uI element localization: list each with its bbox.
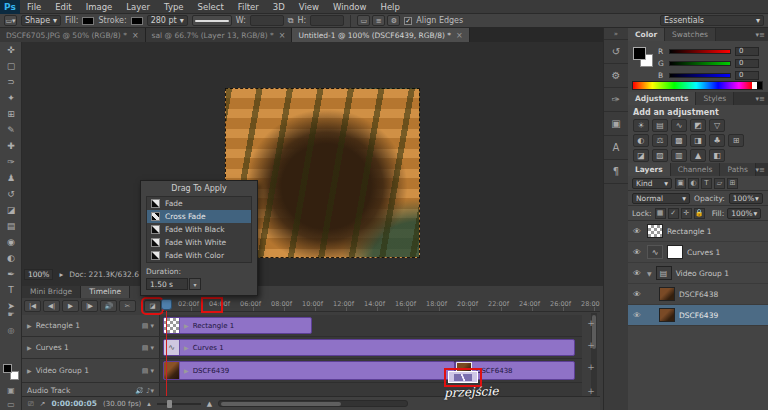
- opacity-field[interactable]: 100%▾: [729, 193, 763, 204]
- menu-item-3d[interactable]: 3D: [266, 0, 292, 14]
- add-media-button[interactable]: +: [585, 340, 597, 352]
- clip-dscf6439[interactable]: ▶DSCF6439: [163, 361, 455, 380]
- adjustment-icon-0-2[interactable]: ∿: [671, 119, 687, 132]
- eraser-tool[interactable]: ◪: [0, 202, 22, 218]
- color-tab-swatches[interactable]: Swatches: [665, 28, 716, 41]
- previous-frame-button[interactable]: ◀|: [43, 300, 60, 312]
- type-tool[interactable]: T: [0, 282, 22, 298]
- layer-filter-icon-1[interactable]: ◐: [688, 178, 699, 189]
- layer-row-dscf6438[interactable]: 👁DSCF6438: [628, 284, 768, 305]
- pen-tool[interactable]: ✒: [0, 266, 22, 282]
- menu-item-select[interactable]: Select: [191, 0, 231, 14]
- render-arrow-icon[interactable]: ↗: [40, 400, 46, 408]
- transition-option-fade-with-white[interactable]: Fade With White: [147, 236, 251, 249]
- adjustment-icon-0-3[interactable]: ◩: [690, 119, 706, 132]
- playhead-handle[interactable]: [161, 299, 172, 310]
- adjustment-icon-2-1[interactable]: ▨: [652, 149, 668, 162]
- history-panel-icon[interactable]: ↺: [604, 40, 628, 64]
- close-tab-icon[interactable]: ×: [132, 31, 139, 40]
- tool-preset-picker[interactable]: ▭▾: [4, 15, 17, 26]
- panel-tab-timeline[interactable]: Timeline: [81, 286, 130, 298]
- fill-field[interactable]: 100%▾: [727, 208, 761, 219]
- expand-track-icon[interactable]: ▶: [27, 344, 32, 351]
- channel-value-field[interactable]: 0: [735, 59, 759, 68]
- split-at-playhead-button[interactable]: ✂: [119, 300, 136, 312]
- character-panel-icon[interactable]: A: [604, 136, 628, 160]
- lock-icon-0[interactable]: ▦: [655, 208, 666, 219]
- menu-item-type[interactable]: Type: [157, 0, 191, 14]
- workspace-switcher[interactable]: Essentials▾: [660, 15, 764, 26]
- track-settings-icon[interactable]: ▤ ▾: [142, 367, 154, 375]
- visibility-eye-icon[interactable]: 👁: [631, 311, 643, 320]
- foreground-color-well[interactable]: [3, 364, 12, 373]
- tool-mode-select[interactable]: Shape▾: [21, 15, 61, 26]
- visibility-eye-icon[interactable]: 👁: [631, 290, 643, 299]
- track-settings-icon[interactable]: ▤ ▾: [142, 322, 154, 330]
- document-tab-2[interactable]: Untitled-1 @ 100% (DSCF6439, RGB/8) *×: [292, 28, 469, 42]
- blend-mode-select[interactable]: Normal▾: [632, 193, 690, 204]
- fill-swatch[interactable]: [82, 17, 94, 25]
- clip-curves-1[interactable]: ∿▶Curves 1: [163, 339, 575, 356]
- menu-item-view[interactable]: View: [292, 0, 326, 14]
- track-settings-icon[interactable]: 🔊 ♪▾: [135, 387, 154, 395]
- crop-tool[interactable]: ⊞: [0, 106, 22, 122]
- marquee-tool[interactable]: ▢: [0, 58, 22, 74]
- stroke-swatch[interactable]: [131, 17, 143, 25]
- timeline-zoom-slider[interactable]: [157, 403, 201, 405]
- adjustments-tab-adjustments[interactable]: Adjustments: [628, 92, 696, 105]
- brush-panel-icon[interactable]: ✑: [604, 88, 628, 112]
- panel-menu-icon[interactable]: ▾≡: [756, 166, 765, 174]
- menu-item-window[interactable]: Window: [326, 0, 374, 14]
- adjustment-icon-1-0[interactable]: ◐: [633, 134, 649, 147]
- document-tab-1[interactable]: sal @ 66.7% (Layer 13, RGB/8) *×: [146, 28, 293, 42]
- stroke-width-field[interactable]: 280 pt▾: [147, 15, 188, 26]
- duration-value-field[interactable]: 1.50 s: [146, 278, 188, 290]
- layer-row-video-group-1[interactable]: 👁▼▤Video Group 1: [628, 263, 768, 284]
- panel-menu-icon[interactable]: ▾≡: [756, 31, 765, 39]
- timeline-ruler[interactable]: 02:00f04:00f06:00f08:00f10:00f12:00f14:0…: [163, 299, 600, 312]
- quick-mask-button[interactable]: ▣: [0, 386, 22, 395]
- adjustment-icon-1-2[interactable]: ▩: [671, 134, 687, 147]
- panel-color-wells[interactable]: [633, 47, 653, 67]
- eyedropper-tool[interactable]: ✎: [0, 122, 22, 138]
- timeline-zoom-out-icon[interactable]: ▴: [147, 400, 151, 408]
- lasso-tool[interactable]: ⊃: [0, 74, 22, 90]
- menu-item-file[interactable]: File: [20, 0, 48, 14]
- align-edges-checkbox[interactable]: ✓: [404, 17, 412, 25]
- zoom-level-field[interactable]: 100%: [24, 269, 53, 280]
- track-settings-icon[interactable]: ▤ ▾: [142, 344, 154, 352]
- adjustment-icon-1-5[interactable]: ⊞: [728, 134, 744, 147]
- lock-icon-1[interactable]: ✓: [668, 208, 679, 219]
- shape-operation-button-0[interactable]: ▭: [357, 15, 370, 26]
- color-tab-color[interactable]: Color: [628, 28, 665, 41]
- adjustment-icon-0-4[interactable]: ▽: [709, 119, 725, 132]
- document-tab-0[interactable]: DSCF6705.JPG @ 50% (RGB/8) *×: [0, 28, 146, 42]
- next-frame-button[interactable]: |▶: [81, 300, 98, 312]
- move-tool[interactable]: ✜: [0, 42, 22, 58]
- channel-slider[interactable]: [669, 73, 731, 78]
- color-wells[interactable]: [3, 364, 19, 380]
- timeline-horizontal-scrollbar[interactable]: [218, 400, 408, 407]
- stroke-style-select[interactable]: [192, 15, 232, 26]
- layers-tab-channels[interactable]: Channels: [671, 163, 721, 176]
- adjustment-icon-0-1[interactable]: ▤: [652, 119, 668, 132]
- history-brush-tool[interactable]: ↺: [0, 186, 22, 202]
- expand-track-icon[interactable]: ▶: [27, 367, 32, 374]
- shape-operation-button-2[interactable]: ⚙: [387, 15, 400, 26]
- canvas-area[interactable]: 100% ▸ Doc: 221.3K/632.6: [22, 42, 603, 286]
- layers-tab-layers[interactable]: Layers: [628, 163, 671, 176]
- properties-panel-icon[interactable]: ⚙: [604, 64, 628, 88]
- layer-filter-icon-0[interactable]: ▣: [675, 178, 686, 189]
- add-media-button[interactable]: +: [585, 386, 597, 398]
- blur-tool[interactable]: ◉: [0, 234, 22, 250]
- layer-row-dscf6439[interactable]: 👁DSCF6439: [628, 305, 768, 326]
- first-frame-button[interactable]: |◀: [24, 300, 41, 312]
- duration-dropdown-icon[interactable]: ▾: [189, 278, 201, 290]
- expand-panels-icon[interactable]: »: [604, 28, 628, 40]
- close-tab-icon[interactable]: ×: [279, 31, 286, 40]
- menu-item-filter[interactable]: Filter: [231, 0, 266, 14]
- clip-expand-icon[interactable]: ▶: [184, 322, 189, 329]
- hand-tool[interactable]: ☛: [0, 310, 22, 319]
- adjustment-icon-2-4[interactable]: ◧: [709, 149, 725, 162]
- adjustment-icon-2-2[interactable]: ▥: [671, 149, 687, 162]
